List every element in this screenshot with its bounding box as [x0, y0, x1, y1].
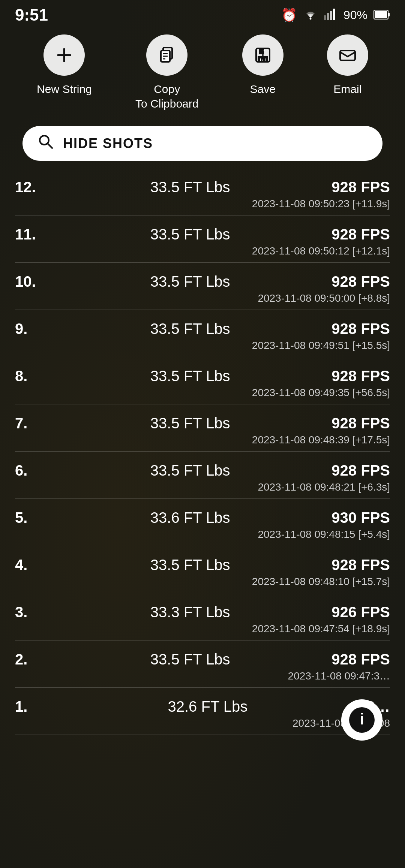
status-bar: 9:51 ⏰ 90% [0, 0, 405, 27]
shot-fps: 928 FPS [332, 179, 390, 196]
shot-timestamp: 2023-11-08 09:47:54 [+18.9s] [15, 623, 390, 635]
status-time: 9:51 [15, 6, 48, 24]
shot-item[interactable]: 1. 32.6 FT Lbs 9… 2023-11-08 09:47:08 [15, 688, 390, 735]
hide-shots-bar[interactable]: HIDE SHOTS [22, 126, 382, 161]
shot-number: 8. [15, 368, 49, 385]
svg-point-18 [264, 50, 265, 51]
battery-text: 90% [344, 8, 368, 22]
shot-fps: 928 FPS [332, 462, 390, 479]
svg-rect-6 [375, 11, 387, 18]
toolbar: New String CopyTo Clipboard [0, 27, 405, 122]
shot-number: 4. [15, 557, 49, 573]
new-string-button[interactable]: New String [37, 34, 92, 96]
shot-energy: 33.5 FT Lbs [49, 179, 332, 196]
info-button[interactable]: i [341, 699, 382, 741]
shot-energy: 33.5 FT Lbs [49, 368, 332, 385]
shot-energy: 33.5 FT Lbs [49, 462, 332, 479]
shot-item[interactable]: 12. 33.5 FT Lbs 928 FPS 2023-11-08 09:50… [15, 168, 390, 216]
copy-clipboard-label: CopyTo Clipboard [135, 82, 198, 111]
svg-rect-7 [388, 13, 390, 16]
svg-rect-19 [340, 51, 355, 60]
svg-rect-1 [324, 15, 326, 20]
shot-number: 12. [15, 179, 49, 196]
shot-energy: 32.6 FT Lbs [49, 698, 367, 715]
shot-number: 2. [15, 651, 49, 668]
shot-fps: 928 FPS [332, 273, 390, 290]
shot-item[interactable]: 5. 33.6 FT Lbs 930 FPS 2023-11-08 09:48:… [15, 499, 390, 546]
svg-line-21 [48, 144, 52, 148]
svg-rect-3 [330, 11, 332, 20]
save-label: Save [250, 82, 275, 96]
shot-item[interactable]: 9. 33.5 FT Lbs 928 FPS 2023-11-08 09:49:… [15, 310, 390, 357]
shot-item[interactable]: 3. 33.3 FT Lbs 926 FPS 2023-11-08 09:47:… [15, 593, 390, 641]
shot-item[interactable]: 6. 33.5 FT Lbs 928 FPS 2023-11-08 09:48:… [15, 452, 390, 499]
shot-item[interactable]: 11. 33.5 FT Lbs 928 FPS 2023-11-08 09:50… [15, 216, 390, 263]
shot-timestamp: 2023-11-08 09:48:21 [+6.3s] [15, 481, 390, 493]
hide-shots-label: HIDE SHOTS [63, 136, 153, 151]
shot-number: 11. [15, 226, 49, 243]
shot-fps: 928 FPS [332, 226, 390, 243]
shot-item[interactable]: 7. 33.5 FT Lbs 928 FPS 2023-11-08 09:48:… [15, 404, 390, 452]
shot-timestamp: 2023-11-08 09:47:08 [15, 717, 390, 729]
shot-timestamp: 2023-11-08 09:49:51 [+15.5s] [15, 340, 390, 352]
shot-number: 6. [15, 462, 49, 479]
shot-list: 12. 33.5 FT Lbs 928 FPS 2023-11-08 09:50… [0, 168, 405, 868]
shot-number: 9. [15, 320, 49, 337]
shot-timestamp: 2023-11-08 09:48:10 [+15.7s] [15, 576, 390, 588]
shot-timestamp: 2023-11-08 09:47:3… [15, 670, 390, 682]
save-button[interactable]: Save [242, 34, 284, 96]
alarm-icon: ⏰ [281, 7, 297, 22]
shot-energy: 33.5 FT Lbs [49, 226, 332, 243]
shot-fps: 928 FPS [332, 368, 390, 385]
shot-fps: 926 FPS [332, 604, 390, 621]
shot-energy: 33.5 FT Lbs [49, 651, 332, 668]
shot-timestamp: 2023-11-08 09:48:15 [+5.4s] [15, 528, 390, 540]
shot-number: 10. [15, 273, 49, 290]
shot-number: 5. [15, 509, 49, 526]
copy-clipboard-button[interactable]: CopyTo Clipboard [135, 34, 198, 111]
shot-item[interactable]: 2. 33.5 FT Lbs 928 FPS 2023-11-08 09:47:… [15, 641, 390, 688]
shot-energy: 33.3 FT Lbs [49, 604, 332, 621]
svg-rect-2 [327, 13, 329, 20]
shot-timestamp: 2023-11-08 09:49:35 [+56.5s] [15, 387, 390, 399]
email-label: Email [333, 82, 362, 96]
shot-timestamp: 2023-11-08 09:50:12 [+12.1s] [15, 245, 390, 257]
shot-fps: 928 FPS [332, 557, 390, 573]
email-button[interactable]: Email [327, 34, 368, 96]
new-string-label: New String [37, 82, 92, 96]
shot-fps: 930 FPS [332, 509, 390, 526]
shot-number: 1. [15, 698, 49, 715]
shot-energy: 33.5 FT Lbs [49, 557, 332, 573]
shot-item[interactable]: 4. 33.5 FT Lbs 928 FPS 2023-11-08 09:48:… [15, 546, 390, 593]
shot-fps: 928 FPS [332, 415, 390, 432]
shot-item[interactable]: 10. 33.5 FT Lbs 928 FPS 2023-11-08 09:50… [15, 263, 390, 310]
svg-rect-4 [333, 9, 335, 20]
svg-text:i: i [360, 710, 364, 728]
battery-icon [374, 8, 390, 22]
shot-energy: 33.6 FT Lbs [49, 509, 332, 526]
shot-number: 7. [15, 415, 49, 432]
shot-timestamp: 2023-11-08 09:50:00 [+8.8s] [15, 292, 390, 304]
shot-timestamp: 2023-11-08 09:50:23 [+11.9s] [15, 198, 390, 210]
shot-energy: 33.5 FT Lbs [49, 415, 332, 432]
shot-energy: 33.5 FT Lbs [49, 320, 332, 337]
shot-number: 3. [15, 604, 49, 621]
wifi-icon [303, 7, 318, 23]
shot-fps: 928 FPS [332, 651, 390, 668]
signal-icon [324, 7, 338, 23]
search-icon [38, 133, 54, 153]
status-icons: ⏰ 90% [281, 7, 390, 23]
shot-fps: 928 FPS [332, 320, 390, 337]
shot-energy: 33.5 FT Lbs [49, 273, 332, 290]
shot-timestamp: 2023-11-08 09:48:39 [+17.5s] [15, 434, 390, 446]
shot-item[interactable]: 8. 33.5 FT Lbs 928 FPS 2023-11-08 09:49:… [15, 357, 390, 404]
svg-point-0 [309, 18, 311, 20]
